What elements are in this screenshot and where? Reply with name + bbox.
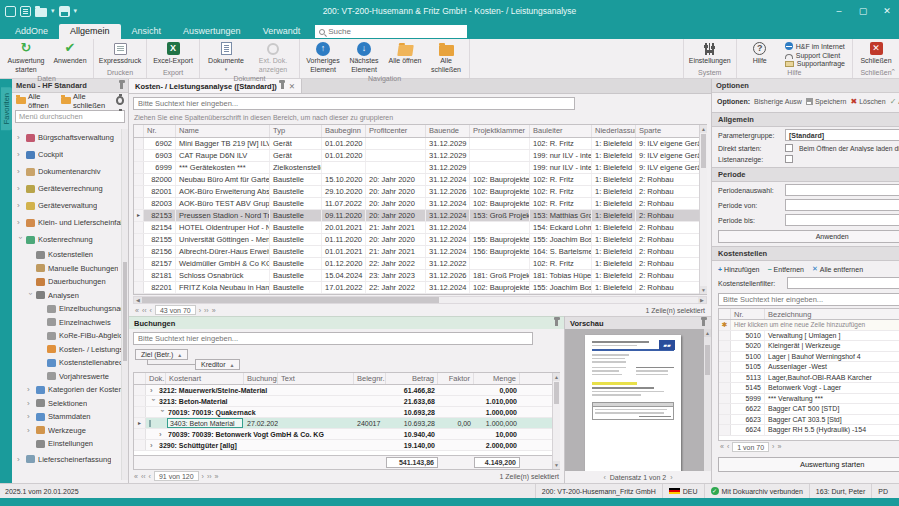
expander-icon[interactable]: › <box>149 398 158 404</box>
ribbon-tab-allgemein[interactable]: Allgemein <box>59 24 121 39</box>
pager-next-page-icon[interactable]: ›› <box>204 307 209 314</box>
preview-scrollbar[interactable]: ▲ <box>704 329 711 471</box>
record-prev-icon[interactable]: ‹ <box>603 474 605 481</box>
expander-icon[interactable]: › <box>17 167 23 176</box>
scroll-left-icon[interactable]: ◀ <box>134 297 142 303</box>
sidebar-item[interactable]: ›Kostenrechnung <box>14 231 128 248</box>
sidebar-item[interactable]: ›Geräteverrechnung <box>14 180 128 197</box>
kst-row[interactable]: 5113Lager,Bauhof-OBI-RAAB Karcher <box>719 373 899 384</box>
expander-icon[interactable]: › <box>27 399 33 408</box>
scroll-right-icon[interactable]: ▶ <box>698 297 706 303</box>
column-header-menge[interactable]: Menge <box>474 373 520 384</box>
sidebar-item[interactable]: ›Geräteverwaltung <box>14 197 128 214</box>
expander-icon[interactable]: › <box>159 430 165 439</box>
column-header-name[interactable]: Name <box>176 125 270 137</box>
close-button[interactable]: ✕ <box>875 0 899 22</box>
main-grid-hscrollbar[interactable]: ◀ ▶ <box>133 296 707 304</box>
kst-row[interactable]: 6622Bagger CAT 500 [STD] <box>719 404 899 415</box>
preview-viewport[interactable]: ▰▰ <box>565 329 711 471</box>
anwenden-button[interactable]: ✔ Anwenden <box>50 40 90 75</box>
sidebar-item[interactable]: ›Cockpit <box>14 146 128 163</box>
table-row[interactable]: 6903CAT Raupe D6N ILVGerät01.01.202031.1… <box>134 150 706 162</box>
pager-last-icon[interactable]: » <box>215 473 219 480</box>
kostenstellenfilter-input[interactable]: ✕ ▼ ✓ <box>787 277 899 289</box>
table-row[interactable]: 82181Schloss OsnabrückBaustelle15.04.202… <box>134 270 706 282</box>
table-row[interactable]: 82000Neubau Büro Amt für Garte...Baustel… <box>134 174 706 186</box>
einstellungen-button[interactable]: Einstellungen <box>687 40 733 69</box>
table-row[interactable]: 82155Universität Göttingen - Men...Baust… <box>134 234 706 246</box>
column-header-niederlassung[interactable]: Niederlassung <box>592 125 636 137</box>
column-header-betrag[interactable]: Betrag <box>386 373 438 384</box>
favoriten-tab[interactable]: Favoriten <box>1 87 12 130</box>
column-header-profitcenter[interactable]: Profitcenter <box>366 125 426 137</box>
status-language[interactable]: DEU <box>662 484 704 498</box>
table-row[interactable]: 82154HOTEL Oldentruper Hof - N...Baustel… <box>134 222 706 234</box>
column-header-baubeginn[interactable]: Baubeginn <box>322 125 366 137</box>
status-user[interactable]: 163: Durt, Peter <box>809 484 871 498</box>
loeschen-button[interactable]: ✖ Löschen <box>850 97 885 106</box>
ribbon-search[interactable] <box>315 25 467 38</box>
ribbon-tab-verwandt[interactable]: Verwandt <box>252 24 312 39</box>
sidebar-item[interactable]: Einzelbuchungsnachweis <box>14 302 128 316</box>
group-row[interactable]: ›3290: Schüttgüter [allg]19.140,002.000,… <box>134 440 559 451</box>
sidebar-item[interactable]: Einstellungen <box>14 437 128 451</box>
table-row[interactable]: ▸82153Preussen Stadion - Nord Tri...Baus… <box>134 210 706 222</box>
kst-row[interactable]: 5999*** Verwaltung *** <box>719 394 899 405</box>
expander-icon[interactable]: › <box>17 133 23 142</box>
sidebar-item[interactable]: ›Klein- und Lieferscheinfaktura <box>14 214 128 231</box>
main-grid-search-input[interactable] <box>138 99 570 108</box>
table-row[interactable]: 82156Albrecht-Dürer-Haus Erweit...Bauste… <box>134 246 706 258</box>
column-header-bauende[interactable]: Bauende <box>426 125 470 137</box>
dokumente-button[interactable]: Dokumente ▾ <box>203 40 249 75</box>
pager-prev-page-icon[interactable]: ‹‹ <box>141 473 146 480</box>
hinzufuegen-button[interactable]: + Hinzufügen <box>718 266 760 273</box>
alle-schliessen-button[interactable]: Alle schließen <box>426 40 466 75</box>
column-header-text[interactable]: Text <box>278 373 354 384</box>
expander-icon[interactable]: › <box>150 386 156 395</box>
status-docarchive[interactable]: ✓ Mit Dokuarchiv verbunden <box>704 484 809 498</box>
pager-prev-icon[interactable]: ‹ <box>150 307 152 314</box>
table-row[interactable]: 6999*** Gerätekosten ***Zielkostenstelle… <box>134 162 706 174</box>
folder-icon[interactable] <box>35 8 47 17</box>
pager-next-icon[interactable]: › <box>199 307 201 314</box>
pager-next-page-icon[interactable]: ›› <box>207 473 212 480</box>
bookings-search-input[interactable] <box>138 334 528 343</box>
entfernen-button[interactable]: − Entfernen <box>768 266 804 273</box>
expander-icon[interactable]: › <box>27 385 33 394</box>
expander-icon[interactable]: › <box>17 218 23 227</box>
auswertung-starten-button[interactable]: Auswertung starten <box>718 457 899 472</box>
sidebar-item[interactable]: ›Selektionen <box>14 397 128 411</box>
pager-first-icon[interactable]: « <box>135 307 139 314</box>
sidebar-item[interactable]: Vorjahreswerte <box>14 370 128 384</box>
pager-first-icon[interactable]: « <box>720 443 724 450</box>
gear-icon[interactable] <box>116 96 124 105</box>
table-row[interactable]: 82201FRITZ Kola Neubau in Hamb...Baustel… <box>134 282 706 294</box>
booking-row-selected[interactable]: ▸3403: Beton Material27.02.202424001710.… <box>134 418 559 429</box>
expander-icon[interactable]: › <box>158 409 167 415</box>
sidebar-item[interactable]: Einzelnachweis <box>14 316 128 330</box>
periodenauswahl-select[interactable]: ▼ <box>785 184 899 196</box>
column-header-kostenart[interactable]: Kostenart <box>166 373 244 384</box>
tree-scrollbar[interactable] <box>121 129 128 480</box>
excel-export-button[interactable]: X Excel-Export <box>150 40 196 69</box>
ribbon-tab-ansicht[interactable]: Ansicht <box>121 24 173 39</box>
column-header-belegnr-[interactable]: Belegnr. <box>354 373 386 384</box>
hilfe-button[interactable]: ? Hilfe <box>740 40 780 69</box>
expander-icon[interactable]: › <box>17 201 23 210</box>
scroll-up-icon[interactable]: ▲ <box>700 125 707 133</box>
expressdruck-button[interactable]: Expressdruck <box>97 40 143 69</box>
active-cell[interactable]: 3403: Beton Material <box>167 418 243 428</box>
kst-row[interactable]: 6624Bagger RH 5.5 (Hydraulik) -154 <box>719 425 899 436</box>
ribbon-search-input[interactable] <box>328 27 463 36</box>
alle-entfernen-button[interactable]: ✕ Alle entfernen <box>812 265 863 273</box>
expander-icon[interactable]: › <box>16 237 25 243</box>
sidebar-item[interactable]: ›Kategorien der Kostenstellen <box>14 383 128 397</box>
bisherige-auswahl-button[interactable]: Bisherige Ausw <box>754 98 802 105</box>
column-header-bezeichnung[interactable]: Bezeichnung <box>765 309 899 319</box>
pager-next-icon[interactable]: › <box>202 473 204 480</box>
chevron-down-icon[interactable]: ▾ <box>74 7 78 15</box>
listenanzeige-checkbox[interactable] <box>785 155 793 163</box>
column-header-typ[interactable]: Typ <box>270 125 322 137</box>
minimize-button[interactable]: – <box>827 0 851 22</box>
column-header-sparte[interactable]: Sparte <box>636 125 700 137</box>
